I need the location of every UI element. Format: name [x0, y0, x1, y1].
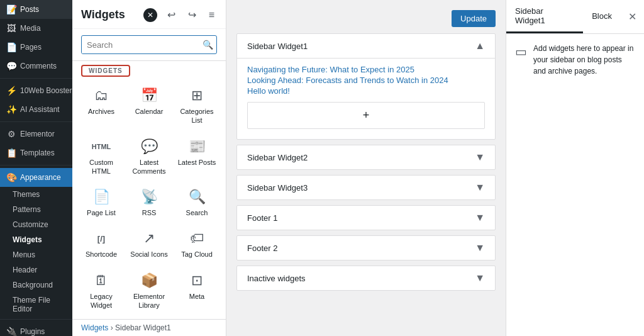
search-input[interactable]	[82, 36, 197, 53]
widget-custom-html[interactable]: HTML Custom HTML	[79, 133, 124, 181]
tab-block[interactable]: Block	[583, 5, 621, 29]
breadcrumb: Widgets › Sidebar Widget1	[72, 319, 226, 336]
sidebar-item-plugins[interactable]: 🔌 Plugins	[0, 322, 72, 336]
sidebar-sub-widgets[interactable]: Widgets	[0, 232, 72, 247]
search-icon: 🔍	[186, 188, 208, 206]
redo-button[interactable]: ↪	[186, 6, 199, 23]
menus-label: Menus	[13, 250, 35, 259]
sidebar-item-appearance[interactable]: 🎨 Appearance	[0, 168, 72, 187]
widgets-panel: Widgets ✕ ↩ ↪ ≡ 🔍 WIDGETS 🗂 Archives	[72, 0, 226, 336]
background-label: Background	[13, 281, 53, 289]
details-button[interactable]: ≡	[206, 7, 217, 23]
sidebar-item-elementor[interactable]: ⚙ Elementor	[0, 125, 72, 143]
center-content: Update Sidebar Widget1 ▲ Navigating the …	[226, 0, 506, 336]
footer1-header[interactable]: Footer 1 ▼	[237, 206, 495, 230]
sidebar-widget2-header[interactable]: Sidebar Widget2 ▼	[237, 145, 495, 169]
widget-shortcode[interactable]: [/] Shortcode	[79, 225, 124, 264]
sidebar-sub-patterns[interactable]: Patterns	[0, 202, 72, 217]
inactive-widgets-header[interactable]: Inactive widgets ▼	[237, 266, 495, 290]
sidebar-widget1-body: Navigating the Future: What to Expect in…	[237, 58, 495, 139]
link-2[interactable]: Looking Ahead: Forecasts and Trends to W…	[247, 76, 485, 85]
widget-latest-comments[interactable]: 💬 Latest Comments	[126, 133, 172, 181]
sidebar-sub-theme-file-editor[interactable]: Theme File Editor	[0, 293, 72, 316]
sidebar-item-comments[interactable]: 💬 Comments	[0, 57, 72, 76]
footer1-title: Footer 1	[247, 213, 277, 223]
widget-archives[interactable]: 🗂 Archives	[79, 82, 124, 130]
sidebar-label-media: Media	[20, 24, 41, 33]
sidebar-item-10web[interactable]: ⚡ 10Web Booster	[0, 81, 72, 100]
sidebar-widget3-block: Sidebar Widget3 ▼	[236, 175, 496, 200]
sidebar-item-pages[interactable]: 📄 Pages	[0, 38, 72, 57]
sidebar-widget3-header[interactable]: Sidebar Widget3 ▼	[237, 176, 495, 199]
sidebar-widget1-block: Sidebar Widget1 ▲ Navigating the Future:…	[236, 33, 496, 140]
widget-legacy-widget[interactable]: 🗓 Legacy Widget	[79, 267, 124, 315]
breadcrumb-root[interactable]: Widgets	[81, 323, 108, 332]
widget-search[interactable]: 🔍 Search	[174, 183, 219, 222]
themes-label: Themes	[13, 190, 40, 199]
patterns-label: Patterns	[13, 205, 41, 214]
social-icons-label: Social Icons	[130, 250, 167, 259]
widgets-label: Widgets	[13, 235, 42, 244]
page-list-label: Page List	[87, 208, 116, 217]
link-3[interactable]: Hello world!	[247, 86, 485, 96]
rss-icon: 📡	[138, 188, 160, 206]
right-panel-close-button[interactable]: ✕	[621, 6, 644, 28]
main-wrapper: Widgets ✕ ↩ ↪ ≡ 🔍 WIDGETS 🗂 Archives	[72, 0, 644, 336]
sidebar-widget2-title: Sidebar Widget2	[247, 153, 308, 162]
sidebar-label-10web: 10Web Booster	[20, 86, 72, 95]
sidebar-sub-header[interactable]: Header	[0, 262, 72, 277]
undo-button[interactable]: ↩	[165, 6, 178, 23]
update-button[interactable]: Update	[452, 10, 496, 27]
sidebar-item-templates[interactable]: 📋 Templates	[0, 143, 72, 162]
widget-social-icons[interactable]: ↗ Social Icons	[126, 225, 172, 264]
sidebar-label-plugins: Plugins	[20, 327, 45, 336]
add-block-button[interactable]: +	[247, 102, 485, 129]
footer2-chevron: ▼	[475, 242, 485, 254]
plugins-icon: 🔌	[6, 327, 16, 336]
media-icon: 🖼	[6, 23, 16, 33]
footer2-header[interactable]: Footer 2 ▼	[237, 236, 495, 260]
shortcode-icon: [/]	[90, 230, 113, 247]
right-panel-description: ▭ Add widgets here to appear in your sid…	[515, 43, 635, 77]
widget-calendar[interactable]: 📅 Calendar	[126, 82, 172, 130]
sidebar-widget1-header[interactable]: Sidebar Widget1 ▲	[237, 34, 495, 58]
right-panel: Sidebar Widget1 Block ✕ ▭ Add widgets he…	[506, 0, 644, 336]
sidebar-label-posts: Posts	[20, 5, 39, 14]
footer1-chevron: ▼	[475, 212, 485, 223]
sidebar-item-ai[interactable]: ✨ AI Assistant	[0, 100, 72, 119]
elementor-library-icon: 📦	[138, 272, 160, 289]
sidebar-item-media[interactable]: 🖼 Media	[0, 19, 72, 38]
sidebar-divider	[0, 78, 72, 79]
search-label: Search	[186, 208, 208, 217]
elementor-icon: ⚙	[6, 129, 16, 139]
tab-sidebar-widget1[interactable]: Sidebar Widget1	[506, 0, 583, 33]
inactive-widgets-title: Inactive widgets	[247, 274, 306, 283]
ai-icon: ✨	[6, 104, 16, 115]
breadcrumb-separator: ›	[111, 323, 113, 332]
sidebar-label-appearance: Appearance	[20, 173, 61, 182]
sidebar-sub-menus[interactable]: Menus	[0, 247, 72, 262]
search-button[interactable]: 🔍	[197, 36, 217, 53]
widget-categories-list[interactable]: ⊞ Categories List	[174, 82, 219, 130]
meta-label: Meta	[189, 292, 204, 301]
sidebar-sub-themes[interactable]: Themes	[0, 187, 72, 202]
sidebar-divider3	[0, 165, 72, 165]
right-panel-body: ▭ Add widgets here to appear in your sid…	[506, 34, 644, 86]
sidebar-sub-background[interactable]: Background	[0, 277, 72, 293]
comments-icon: 💬	[6, 61, 16, 71]
widget-rss[interactable]: 📡 RSS	[126, 183, 172, 222]
latest-posts-icon: 📰	[186, 138, 208, 155]
widgets-section-label: WIDGETS	[81, 65, 130, 77]
widgets-section-wrapper: WIDGETS	[72, 61, 226, 77]
posts-icon: 📝	[6, 4, 16, 14]
tag-cloud-icon: 🏷	[186, 230, 208, 247]
sidebar-item-posts[interactable]: 📝 Posts	[0, 0, 72, 19]
widget-page-list[interactable]: 📄 Page List	[79, 183, 124, 222]
close-button[interactable]: ✕	[143, 8, 157, 22]
widget-elementor-library[interactable]: 📦 Elementor Library	[126, 267, 172, 315]
widget-latest-posts[interactable]: 📰 Latest Posts	[174, 133, 219, 181]
widget-meta[interactable]: ⊡ Meta	[174, 267, 219, 315]
sidebar-sub-customize[interactable]: Customize	[0, 217, 72, 232]
link-1[interactable]: Navigating the Future: What to Expect in…	[247, 65, 485, 74]
widget-tag-cloud[interactable]: 🏷 Tag Cloud	[174, 225, 219, 264]
